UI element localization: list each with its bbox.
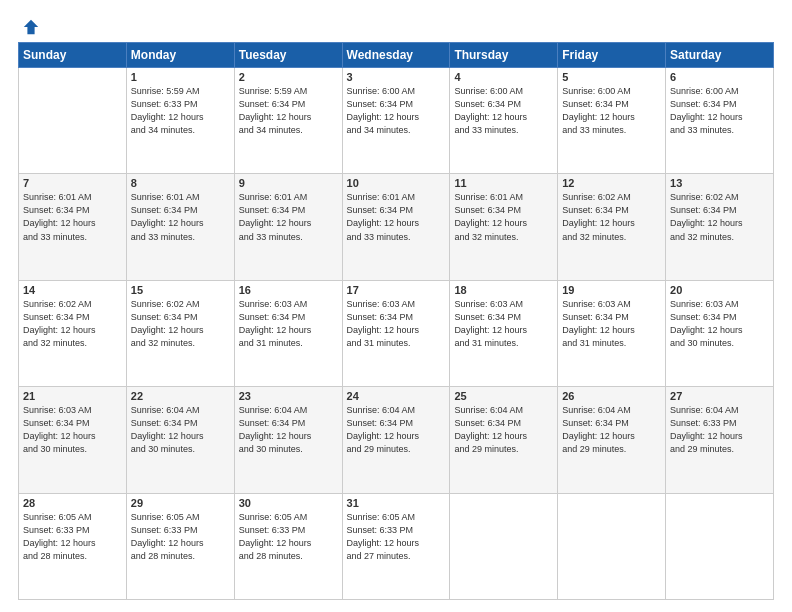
day-number: 18	[454, 284, 553, 296]
day-number: 23	[239, 390, 338, 402]
day-info: Sunrise: 6:05 AMSunset: 6:33 PMDaylight:…	[131, 511, 230, 563]
day-info: Sunrise: 6:00 AMSunset: 6:34 PMDaylight:…	[562, 85, 661, 137]
calendar-week-row: 28Sunrise: 6:05 AMSunset: 6:33 PMDayligh…	[19, 493, 774, 599]
day-number: 27	[670, 390, 769, 402]
calendar-cell: 4Sunrise: 6:00 AMSunset: 6:34 PMDaylight…	[450, 68, 558, 174]
calendar-cell	[666, 493, 774, 599]
day-info: Sunrise: 6:04 AMSunset: 6:34 PMDaylight:…	[454, 404, 553, 456]
day-info: Sunrise: 6:04 AMSunset: 6:33 PMDaylight:…	[670, 404, 769, 456]
day-info: Sunrise: 6:03 AMSunset: 6:34 PMDaylight:…	[347, 298, 446, 350]
day-info: Sunrise: 6:00 AMSunset: 6:34 PMDaylight:…	[670, 85, 769, 137]
calendar-cell: 6Sunrise: 6:00 AMSunset: 6:34 PMDaylight…	[666, 68, 774, 174]
calendar-cell: 24Sunrise: 6:04 AMSunset: 6:34 PMDayligh…	[342, 387, 450, 493]
calendar-cell: 27Sunrise: 6:04 AMSunset: 6:33 PMDayligh…	[666, 387, 774, 493]
calendar-week-row: 7Sunrise: 6:01 AMSunset: 6:34 PMDaylight…	[19, 174, 774, 280]
calendar-cell: 30Sunrise: 6:05 AMSunset: 6:33 PMDayligh…	[234, 493, 342, 599]
day-number: 2	[239, 71, 338, 83]
day-number: 11	[454, 177, 553, 189]
day-info: Sunrise: 6:04 AMSunset: 6:34 PMDaylight:…	[562, 404, 661, 456]
day-info: Sunrise: 6:00 AMSunset: 6:34 PMDaylight:…	[454, 85, 553, 137]
logo	[18, 18, 40, 36]
calendar-cell	[558, 493, 666, 599]
day-number: 15	[131, 284, 230, 296]
calendar-cell: 18Sunrise: 6:03 AMSunset: 6:34 PMDayligh…	[450, 280, 558, 386]
day-info: Sunrise: 6:01 AMSunset: 6:34 PMDaylight:…	[23, 191, 122, 243]
day-info: Sunrise: 6:03 AMSunset: 6:34 PMDaylight:…	[454, 298, 553, 350]
calendar-cell: 28Sunrise: 6:05 AMSunset: 6:33 PMDayligh…	[19, 493, 127, 599]
day-info: Sunrise: 6:02 AMSunset: 6:34 PMDaylight:…	[562, 191, 661, 243]
day-info: Sunrise: 6:05 AMSunset: 6:33 PMDaylight:…	[239, 511, 338, 563]
day-number: 22	[131, 390, 230, 402]
calendar-header-row: SundayMondayTuesdayWednesdayThursdayFrid…	[19, 43, 774, 68]
day-info: Sunrise: 6:03 AMSunset: 6:34 PMDaylight:…	[239, 298, 338, 350]
day-number: 26	[562, 390, 661, 402]
day-number: 6	[670, 71, 769, 83]
header	[18, 18, 774, 36]
day-number: 7	[23, 177, 122, 189]
calendar-day-header: Sunday	[19, 43, 127, 68]
day-number: 4	[454, 71, 553, 83]
calendar-cell	[450, 493, 558, 599]
day-info: Sunrise: 6:05 AMSunset: 6:33 PMDaylight:…	[23, 511, 122, 563]
calendar-cell: 15Sunrise: 6:02 AMSunset: 6:34 PMDayligh…	[126, 280, 234, 386]
day-number: 17	[347, 284, 446, 296]
day-info: Sunrise: 6:01 AMSunset: 6:34 PMDaylight:…	[454, 191, 553, 243]
day-number: 25	[454, 390, 553, 402]
calendar-cell: 8Sunrise: 6:01 AMSunset: 6:34 PMDaylight…	[126, 174, 234, 280]
calendar-cell: 12Sunrise: 6:02 AMSunset: 6:34 PMDayligh…	[558, 174, 666, 280]
calendar-cell: 10Sunrise: 6:01 AMSunset: 6:34 PMDayligh…	[342, 174, 450, 280]
day-number: 1	[131, 71, 230, 83]
calendar-week-row: 1Sunrise: 5:59 AMSunset: 6:33 PMDaylight…	[19, 68, 774, 174]
day-number: 31	[347, 497, 446, 509]
day-info: Sunrise: 6:02 AMSunset: 6:34 PMDaylight:…	[23, 298, 122, 350]
calendar-cell: 17Sunrise: 6:03 AMSunset: 6:34 PMDayligh…	[342, 280, 450, 386]
day-info: Sunrise: 6:01 AMSunset: 6:34 PMDaylight:…	[131, 191, 230, 243]
calendar-cell: 22Sunrise: 6:04 AMSunset: 6:34 PMDayligh…	[126, 387, 234, 493]
day-number: 8	[131, 177, 230, 189]
day-number: 21	[23, 390, 122, 402]
calendar-cell: 11Sunrise: 6:01 AMSunset: 6:34 PMDayligh…	[450, 174, 558, 280]
day-info: Sunrise: 6:04 AMSunset: 6:34 PMDaylight:…	[131, 404, 230, 456]
day-info: Sunrise: 6:00 AMSunset: 6:34 PMDaylight:…	[347, 85, 446, 137]
calendar-day-header: Friday	[558, 43, 666, 68]
calendar-cell: 19Sunrise: 6:03 AMSunset: 6:34 PMDayligh…	[558, 280, 666, 386]
calendar-cell: 29Sunrise: 6:05 AMSunset: 6:33 PMDayligh…	[126, 493, 234, 599]
page: SundayMondayTuesdayWednesdayThursdayFrid…	[0, 0, 792, 612]
day-number: 3	[347, 71, 446, 83]
day-info: Sunrise: 6:03 AMSunset: 6:34 PMDaylight:…	[562, 298, 661, 350]
day-number: 10	[347, 177, 446, 189]
calendar-cell: 23Sunrise: 6:04 AMSunset: 6:34 PMDayligh…	[234, 387, 342, 493]
svg-marker-0	[24, 20, 38, 34]
calendar-table: SundayMondayTuesdayWednesdayThursdayFrid…	[18, 42, 774, 600]
calendar-cell: 16Sunrise: 6:03 AMSunset: 6:34 PMDayligh…	[234, 280, 342, 386]
day-info: Sunrise: 5:59 AMSunset: 6:33 PMDaylight:…	[131, 85, 230, 137]
day-info: Sunrise: 5:59 AMSunset: 6:34 PMDaylight:…	[239, 85, 338, 137]
day-number: 29	[131, 497, 230, 509]
day-number: 5	[562, 71, 661, 83]
calendar-cell: 31Sunrise: 6:05 AMSunset: 6:33 PMDayligh…	[342, 493, 450, 599]
day-info: Sunrise: 6:03 AMSunset: 6:34 PMDaylight:…	[23, 404, 122, 456]
calendar-week-row: 14Sunrise: 6:02 AMSunset: 6:34 PMDayligh…	[19, 280, 774, 386]
day-number: 16	[239, 284, 338, 296]
calendar-cell: 2Sunrise: 5:59 AMSunset: 6:34 PMDaylight…	[234, 68, 342, 174]
day-info: Sunrise: 6:01 AMSunset: 6:34 PMDaylight:…	[347, 191, 446, 243]
day-number: 13	[670, 177, 769, 189]
day-info: Sunrise: 6:03 AMSunset: 6:34 PMDaylight:…	[670, 298, 769, 350]
day-number: 12	[562, 177, 661, 189]
calendar-cell: 25Sunrise: 6:04 AMSunset: 6:34 PMDayligh…	[450, 387, 558, 493]
calendar-day-header: Tuesday	[234, 43, 342, 68]
day-number: 24	[347, 390, 446, 402]
day-number: 14	[23, 284, 122, 296]
day-number: 19	[562, 284, 661, 296]
calendar-cell: 13Sunrise: 6:02 AMSunset: 6:34 PMDayligh…	[666, 174, 774, 280]
calendar-cell	[19, 68, 127, 174]
day-number: 30	[239, 497, 338, 509]
day-info: Sunrise: 6:01 AMSunset: 6:34 PMDaylight:…	[239, 191, 338, 243]
day-info: Sunrise: 6:04 AMSunset: 6:34 PMDaylight:…	[347, 404, 446, 456]
calendar-cell: 1Sunrise: 5:59 AMSunset: 6:33 PMDaylight…	[126, 68, 234, 174]
calendar-cell: 14Sunrise: 6:02 AMSunset: 6:34 PMDayligh…	[19, 280, 127, 386]
day-number: 20	[670, 284, 769, 296]
logo-icon	[22, 18, 40, 36]
calendar-day-header: Monday	[126, 43, 234, 68]
calendar-cell: 5Sunrise: 6:00 AMSunset: 6:34 PMDaylight…	[558, 68, 666, 174]
